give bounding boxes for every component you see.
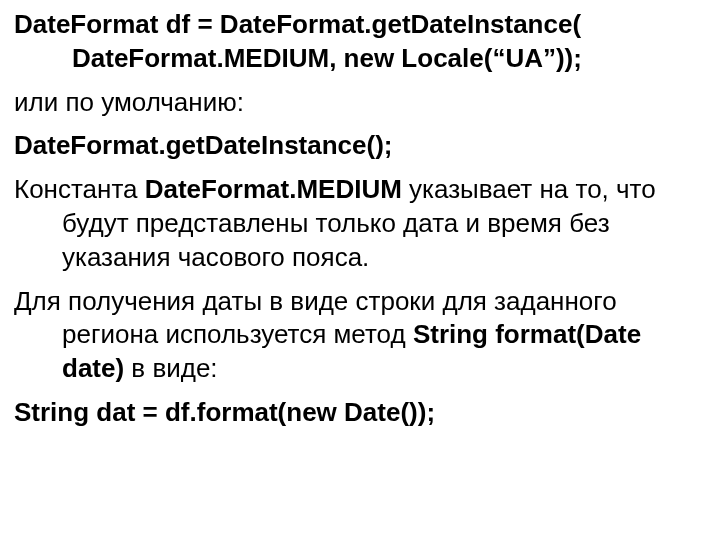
code-line-3: String dat = df.format(new Date()); [14, 396, 706, 430]
text-or-default: или по умолчанию: [14, 86, 706, 120]
text-const-explain: Константа DateFormat.MEDIUM указывает на… [14, 173, 706, 274]
text-format-suffix: в виде: [124, 353, 217, 383]
text-format-explain: Для получения даты в виде строки для зад… [14, 285, 706, 386]
code-line-1: DateFormat df = DateFormat.getDateInstan… [14, 8, 706, 42]
slide: DateFormat df = DateFormat.getDateInstan… [0, 0, 720, 540]
code-line-2: DateFormat.getDateInstance(); [14, 129, 706, 163]
text-const-bold: DateFormat.MEDIUM [145, 174, 402, 204]
code-line-1-cont: DateFormat.MEDIUM, new Locale(“UA”)); [14, 42, 706, 76]
text-const-prefix: Константа [14, 174, 145, 204]
